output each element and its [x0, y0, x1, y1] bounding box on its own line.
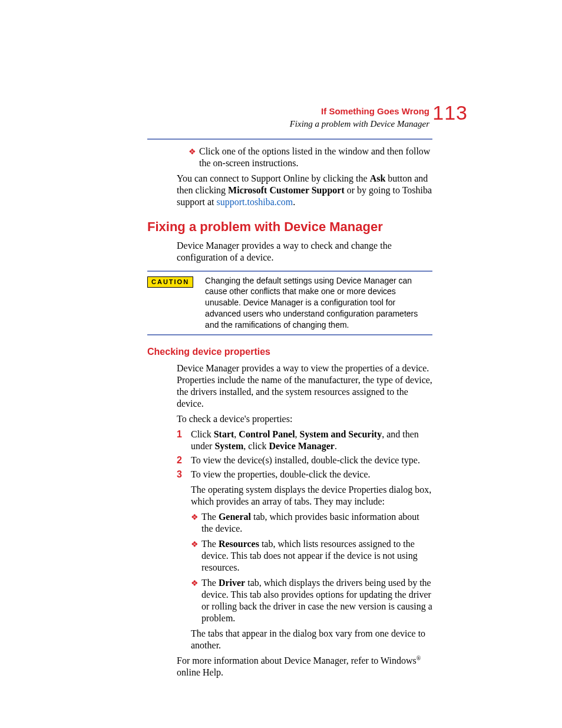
page: 113 If Something Goes Wrong Fixing a pro…	[0, 0, 562, 728]
text: , click	[243, 441, 269, 451]
page-number: 113	[432, 100, 468, 126]
paragraph: Device Manager provides a way to view th…	[177, 363, 432, 410]
diamond-icon: ❖	[191, 539, 201, 574]
bold-text: Start	[214, 429, 234, 439]
bullet-item: ❖ The General tab, which provides basic …	[191, 511, 432, 535]
step-text: Click Start, Control Panel, System and S…	[191, 429, 432, 452]
heading-2: Checking device properties	[147, 346, 432, 358]
paragraph: The tabs that appear in the dialog box v…	[191, 628, 432, 651]
text: For more information about Device Manage…	[177, 655, 416, 666]
divider	[147, 334, 432, 335]
support-link[interactable]: support.toshiba.com	[217, 197, 293, 207]
bold-text: Microsoft Customer Support	[228, 185, 345, 195]
step-number: 3	[177, 469, 191, 480]
step-item: 2 To view the device(s) installed, doubl…	[177, 454, 432, 466]
text: The	[201, 578, 219, 588]
bold-text: Driver	[219, 578, 245, 588]
text: ,	[295, 429, 300, 439]
bullet-text: The General tab, which provides basic in…	[201, 511, 432, 535]
bold-text: System and Security	[300, 429, 382, 439]
caution-block: CAUTION Changing the default settings us…	[147, 271, 432, 335]
text: .	[335, 441, 337, 451]
step-number: 1	[177, 429, 191, 452]
step-item: 3 To view the properties, double-click t…	[177, 469, 432, 480]
bold-text: System	[214, 441, 243, 451]
divider	[147, 271, 432, 272]
bullet-item: ❖ The Resources tab, which lists resourc…	[191, 538, 432, 574]
paragraph: The operating system displays the device…	[191, 484, 432, 508]
bullet-item: ❖ The Driver tab, which displays the dri…	[191, 577, 432, 624]
paragraph: You can connect to Support Online by cli…	[177, 173, 432, 208]
caution-text: Changing the default settings using Devi…	[205, 275, 432, 331]
bullet-text: The Driver tab, which displays the drive…	[201, 577, 432, 624]
paragraph: For more information about Device Manage…	[177, 655, 432, 678]
paragraph: To check a device's properties:	[177, 413, 432, 425]
bold-text: General	[219, 512, 251, 522]
running-header: If Something Goes Wrong Fixing a problem…	[290, 106, 429, 130]
step-number: 2	[177, 454, 191, 466]
bold-text: Device Manager	[269, 441, 335, 451]
text: Click	[191, 429, 214, 439]
diamond-icon: ❖	[191, 578, 201, 624]
step-text: To view the device(s) installed, double-…	[191, 454, 432, 466]
text: The	[201, 539, 219, 549]
divider	[147, 139, 432, 140]
caution-label: CAUTION	[147, 276, 193, 288]
step-item: 1 Click Start, Control Panel, System and…	[177, 429, 432, 452]
diamond-icon: ❖	[189, 147, 199, 169]
text: The	[201, 512, 219, 522]
text: You can connect to Support Online by cli…	[177, 173, 370, 183]
bold-text: Control Panel	[239, 429, 295, 439]
text: .	[293, 197, 295, 207]
text: online Help.	[177, 667, 223, 677]
bullet-item: ❖ Click one of the options listed in the…	[189, 146, 432, 169]
bullet-text: Click one of the options listed in the w…	[199, 146, 432, 169]
registered-mark: ®	[416, 655, 421, 661]
chapter-title: If Something Goes Wrong	[290, 106, 429, 117]
heading-1: Fixing a problem with Device Manager	[147, 219, 432, 235]
section-title: Fixing a problem with Device Manager	[290, 118, 429, 130]
content-area: ❖ Click one of the options listed in the…	[147, 139, 432, 678]
bold-text: Ask	[370, 173, 386, 183]
bold-text: Resources	[219, 539, 259, 549]
bullet-text: The Resources tab, which lists resources…	[201, 538, 432, 574]
step-text: To view the properties, double-click the…	[191, 469, 432, 480]
diamond-icon: ❖	[191, 512, 201, 535]
paragraph: Device Manager provides a way to check a…	[177, 240, 432, 263]
